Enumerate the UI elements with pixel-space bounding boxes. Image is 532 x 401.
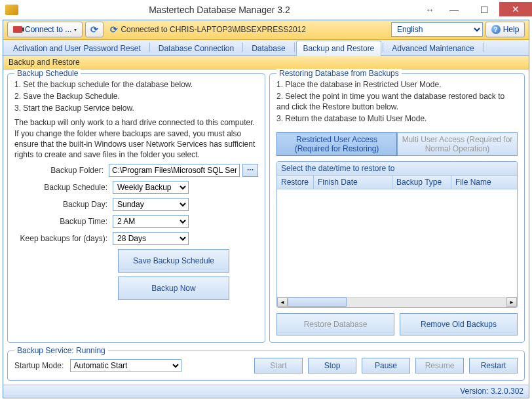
scroll-left-arrow-icon[interactable]: ◄ [277,297,288,307]
resume-button[interactable]: Resume [415,358,464,373]
backup-schedule-fieldset: Backup Schedule 1. Set the backup schedu… [7,73,265,343]
tab-activation[interactable]: Activation and User Password Reset [6,41,148,56]
restore-database-button[interactable]: Restore Database [276,313,394,335]
tab-advanced-maintenance[interactable]: Advanced Maintenance [385,41,481,56]
backup-service-fieldset: Backup Service: Running Startup Mode: Au… [7,351,525,381]
startup-mode-select[interactable]: Automatic Start [70,359,181,372]
col-backup-type[interactable]: Backup Type [392,176,451,189]
restore-grid: Select the date/time to restore to Resto… [276,161,518,308]
plug-icon [13,26,22,33]
backup-instructions: 1. Set the backup schedule for the datab… [14,79,258,114]
start-button[interactable]: Start [254,358,303,373]
backup-schedule-select[interactable]: Weekly Backup [113,181,189,194]
backup-day-select[interactable]: Sunday [113,198,189,211]
tab-separator [149,43,150,52]
connection-status: Connected to CHRIS-LAPTOP3\MBSEXPRESS201… [106,24,389,35]
connect-button[interactable]: Connect to ... ▾ [7,22,83,37]
keep-backups-select[interactable]: 28 Days [113,232,189,245]
close-button[interactable]: ✕ [499,2,532,16]
refresh-button[interactable] [85,22,104,37]
help-label: Help [503,25,520,34]
app-icon [5,5,18,15]
restore-grid-title: Select the date/time to restore to [277,162,517,176]
backup-time-label: Backup Time: [14,217,113,226]
backup-folder-input[interactable] [109,164,240,177]
startup-mode-label: Startup Mode: [14,361,64,370]
subheader: Backup and Restore [3,56,529,69]
tab-database-connection[interactable]: Database Connection [151,41,241,56]
instruction-line: 1. Place the database in Restricted User… [276,79,518,90]
instruction-line: 1. Set the backup schedule for the datab… [14,79,258,90]
scroll-thumb[interactable] [288,297,347,307]
tab-separator [383,43,383,52]
keep-backups-label: Keep backups for (days): [14,234,113,243]
version-label: Version: 3.2.0.302 [460,387,523,396]
browse-button[interactable]: ··· [242,164,258,177]
restricted-user-button[interactable]: Restricted User Access (Required for Res… [276,132,397,156]
tab-backup-restore[interactable]: Backup and Restore [296,41,382,56]
refresh-icon [90,24,98,35]
main-toolbar: Connect to ... ▾ Connected to CHRIS-LAPT… [3,20,529,40]
tab-separator [483,43,484,52]
restore-grid-body[interactable] [277,189,517,297]
connection-status-text: Connected to CHRIS-LAPTOP3\MBSEXPRESS201… [121,25,306,34]
save-backup-schedule-button[interactable]: Save Backup Schedule [118,249,229,273]
backup-now-button[interactable]: Backup Now [118,277,229,300]
instruction-line: 3. Return the database to Multi User Mod… [276,113,518,124]
instruction-line: 2. Save the Backup Schedule. [14,91,258,102]
remove-old-backups-button[interactable]: Remove Old Backups [400,313,518,335]
resize-handle-icon[interactable]: ↔ [421,5,439,15]
backup-day-label: Backup Day: [14,200,113,209]
minimize-button[interactable]: — [439,2,469,18]
restore-fieldset: Restoring Database from Backups 1. Place… [269,73,525,343]
backup-service-legend: Backup Service: Running [14,346,108,355]
col-finish-date[interactable]: Finish Date [314,176,392,189]
window-title: Mastertech Database Manager 3.2 [18,5,421,15]
backup-schedule-legend: Backup Schedule [14,69,81,78]
backup-schedule-label: Backup Schedule: [14,183,113,192]
col-restore[interactable]: Restore [277,176,314,189]
help-icon: ? [491,25,501,34]
restore-legend: Restoring Database from Backups [276,69,402,78]
tab-database[interactable]: Database [244,41,292,56]
statusbar: Version: 3.2.0.302 [3,385,529,398]
scroll-right-arrow-icon[interactable]: ► [506,297,517,307]
connect-label: Connect to ... [25,25,71,34]
stop-button[interactable]: Stop [308,358,356,373]
titlebar: Mastertech Database Manager 3.2 ↔ — ☐ ✕ [0,0,532,20]
language-select[interactable]: English [391,22,483,37]
instruction-line: 3. Start the Backup Service below. [14,103,258,113]
pause-button[interactable]: Pause [362,358,410,373]
instruction-line: 2. Select the point in time you want the… [276,91,518,112]
status-icon [110,24,118,35]
multi-user-button[interactable]: Multi User Access (Required for Normal O… [397,132,518,156]
help-button[interactable]: ? Help [485,22,525,37]
backup-note: The backup will only work to a hard driv… [14,117,258,160]
backup-time-select[interactable]: 2 AM [113,215,189,228]
backup-folder-label: Backup Folder: [14,166,109,175]
restart-button[interactable]: Restart [469,358,518,373]
restore-instructions: 1. Place the database in Restricted User… [276,79,518,126]
maximize-button[interactable]: ☐ [469,2,499,18]
tab-separator [294,43,295,52]
tab-separator [242,43,243,52]
horizontal-scrollbar[interactable]: ◄ ► [277,297,517,307]
restore-grid-header: Restore Finish Date Backup Type File Nam… [277,176,517,189]
tabstrip: Activation and User Password Reset Datab… [3,40,529,56]
dropdown-arrow-icon: ▾ [74,27,77,33]
col-file-name[interactable]: File Name [451,176,517,189]
